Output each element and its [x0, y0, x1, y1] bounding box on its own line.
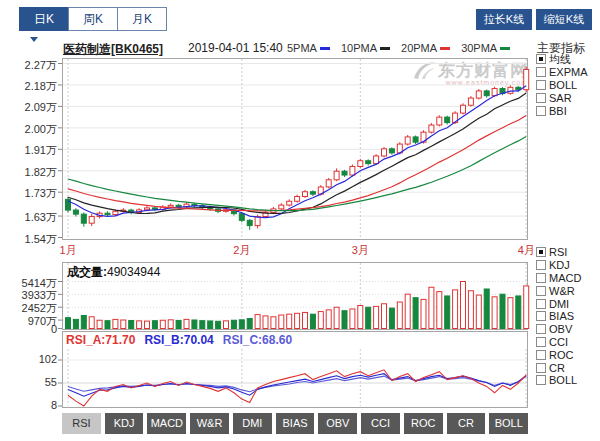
indicator-boll2[interactable]: BOLL	[536, 374, 598, 387]
rsi-label: RSI	[549, 246, 567, 258]
month-axis-label: 4月	[512, 243, 540, 258]
volume-bar	[160, 320, 165, 328]
volume-bar	[105, 321, 110, 329]
shrink-kline-button[interactable]: 缩短K线	[536, 9, 592, 30]
month-axis-label: 3月	[346, 243, 374, 258]
volume-bar	[208, 321, 213, 329]
tab-weekly-k[interactable]: 周K	[68, 7, 118, 31]
rsi-line-rsi_a	[68, 370, 526, 406]
cr-checkbox[interactable]	[536, 363, 546, 373]
legend-5pma-label: 5PMA	[287, 42, 317, 54]
candle-body	[437, 117, 442, 125]
tab-monthly-k[interactable]: 月K	[117, 7, 167, 31]
expma-checkbox[interactable]	[536, 67, 546, 77]
volume-bar	[318, 312, 323, 329]
bottom-tab-cci[interactable]: CCI	[361, 413, 400, 434]
bbi-checkbox[interactable]	[536, 106, 546, 116]
volume-bar	[152, 321, 157, 329]
volume-bar	[66, 318, 71, 329]
wr-label: W&R	[549, 285, 575, 297]
rsi-axis-label: 55	[0, 376, 57, 388]
wr-checkbox[interactable]	[536, 286, 546, 296]
obv-label: OBV	[549, 323, 572, 335]
charts-canvas	[0, 0, 600, 441]
candle-body	[382, 149, 387, 156]
legend-10pma-swatch	[380, 47, 390, 50]
bottom-tab-macd[interactable]: MACD	[147, 413, 186, 434]
indicator-kdj[interactable]: KDJ	[536, 259, 598, 272]
sar-checkbox[interactable]	[536, 93, 546, 103]
stretch-kline-button[interactable]: 拉长K线	[476, 9, 532, 30]
volume-bar	[500, 294, 505, 328]
bottom-tab-cr[interactable]: CR	[447, 413, 486, 434]
candle-body	[303, 192, 308, 197]
indicator-tab-bar: RSIKDJMACDW&RDMIBIASOBVCCIROCCRBOLL	[62, 413, 528, 434]
indicator-dmi[interactable]: DMI	[536, 297, 598, 310]
indicator-rsi[interactable]: RSI	[536, 246, 598, 259]
price-axis-label: 2.09万	[0, 100, 57, 115]
bias-checkbox[interactable]	[536, 311, 546, 321]
indicator-bbi[interactable]: BBI	[536, 104, 598, 117]
bottom-tab-boll[interactable]: BOLL	[489, 413, 528, 434]
period-tab-bar: 日K 周K 月K	[20, 7, 167, 31]
sub-indicator-list: RSIKDJMACDW&RDMIBIASOBVCCIROCCRBOLL	[536, 246, 598, 387]
candle-body	[405, 137, 410, 144]
bottom-tab-roc[interactable]: ROC	[404, 413, 443, 434]
candle-body	[81, 214, 86, 223]
candle-body	[461, 105, 466, 113]
indicator-boll[interactable]: BOLL	[536, 79, 598, 92]
volume-bar	[176, 320, 181, 328]
indicator-cr[interactable]: CR	[536, 361, 598, 374]
tab-daily-k[interactable]: 日K	[19, 7, 69, 31]
kdj-checkbox[interactable]	[536, 260, 546, 270]
indicator-roc[interactable]: ROC	[536, 348, 598, 361]
dmi-checkbox[interactable]	[536, 299, 546, 309]
volume-bar	[326, 310, 331, 329]
volume-bar	[279, 315, 284, 328]
obv-checkbox[interactable]	[536, 324, 546, 334]
indicator-sar[interactable]: SAR	[536, 91, 598, 104]
sar-label: SAR	[549, 92, 572, 104]
bottom-tab-wr[interactable]: W&R	[190, 413, 229, 434]
ma-checkbox[interactable]	[536, 54, 546, 64]
boll2-checkbox[interactable]	[536, 375, 546, 385]
month-axis-label: 1月	[54, 243, 82, 258]
volume-bar	[476, 295, 481, 328]
volume-bar	[516, 296, 521, 329]
bottom-tab-obv[interactable]: OBV	[318, 413, 357, 434]
volume-bar	[97, 320, 102, 328]
indicator-expma[interactable]: EXPMA	[536, 66, 598, 79]
boll-checkbox[interactable]	[536, 80, 546, 90]
volume-bar	[334, 307, 339, 328]
legend-5pma: 5PMA	[287, 42, 330, 54]
volume-bar	[287, 314, 292, 328]
chart-title[interactable]: 医药制造[BK0465]	[63, 41, 163, 58]
indicator-macd[interactable]: MACD	[536, 272, 598, 285]
price-axis-label: 2.18万	[0, 79, 57, 94]
bottom-tab-kdj[interactable]: KDJ	[105, 413, 144, 434]
volume-bar	[413, 298, 418, 329]
candle-body	[66, 199, 71, 210]
cci-checkbox[interactable]	[536, 337, 546, 347]
volume-bar	[453, 290, 458, 329]
volume-bar	[437, 292, 442, 329]
indicator-ma[interactable]: 均线	[536, 53, 598, 66]
bottom-tab-bias[interactable]: BIAS	[276, 413, 315, 434]
legend-5pma-swatch	[320, 47, 330, 50]
candle-body	[508, 87, 513, 93]
volume-bar	[468, 291, 473, 329]
volume-bar	[168, 320, 173, 329]
candle-body	[152, 208, 157, 209]
macd-checkbox[interactable]	[536, 273, 546, 283]
indicator-wr[interactable]: W&R	[536, 284, 598, 297]
indicator-obv[interactable]: OBV	[536, 323, 598, 336]
bottom-tab-dmi[interactable]: DMI	[233, 413, 272, 434]
bottom-tab-rsi[interactable]: RSI	[62, 413, 101, 434]
indicator-bias[interactable]: BIAS	[536, 310, 598, 323]
indicator-cci[interactable]: CCI	[536, 336, 598, 349]
rsi-axis-label: 102	[0, 353, 57, 365]
ma-label: 均线	[549, 52, 571, 67]
volume-bar	[295, 313, 300, 328]
roc-checkbox[interactable]	[536, 350, 546, 360]
legend-10pma-label: 10PMA	[341, 42, 377, 54]
